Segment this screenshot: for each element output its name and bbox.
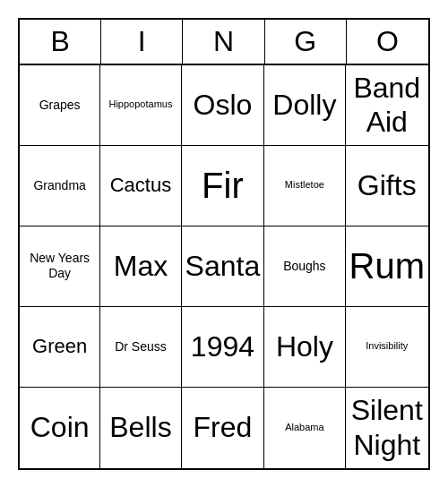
cell-text: Mistletoe — [285, 179, 324, 191]
cell-text: New Years Day — [23, 251, 96, 281]
bingo-cell: Invisibility — [346, 307, 428, 388]
bingo-cell: Coin — [20, 388, 100, 468]
cell-text: Max — [114, 249, 168, 283]
cell-text: Bells — [109, 410, 171, 444]
bingo-cell: Gifts — [346, 146, 428, 226]
cell-text: Coin — [30, 410, 90, 444]
cell-text: Rum — [349, 244, 425, 287]
cell-text: Grapes — [39, 98, 81, 113]
bingo-cell: Cactus — [100, 146, 181, 226]
cell-text: Invisibility — [366, 340, 408, 352]
bingo-cell: Band Aid — [346, 65, 428, 146]
header-letter: B — [20, 20, 101, 64]
cell-text: Band Aid — [349, 71, 425, 140]
header-letter: N — [183, 20, 264, 64]
bingo-cell: 1994 — [182, 307, 265, 388]
cell-text: Silent Night — [349, 393, 425, 462]
bingo-cell: Santa — [182, 226, 265, 307]
bingo-cell: Holy — [264, 307, 345, 388]
bingo-cell: New Years Day — [20, 226, 100, 307]
cell-text: Grandma — [33, 178, 85, 193]
bingo-card: BINGO GrapesHippopotamusOsloDollyBand Ai… — [18, 18, 430, 470]
bingo-cell: Fir — [182, 146, 265, 226]
cell-text: Fred — [194, 410, 253, 444]
cell-text: Green — [32, 335, 87, 358]
header-letter: O — [347, 20, 428, 64]
cell-text: Cactus — [110, 174, 171, 197]
bingo-cell: Max — [100, 226, 181, 307]
bingo-cell: Oslo — [182, 65, 265, 146]
bingo-cell: Hippopotamus — [100, 65, 181, 146]
cell-text: Santa — [185, 249, 261, 283]
bingo-header: BINGO — [20, 20, 428, 65]
bingo-cell: Dolly — [264, 65, 345, 146]
bingo-cell: Rum — [346, 226, 428, 307]
cell-text: Dolly — [272, 88, 336, 122]
cell-text: Gifts — [358, 168, 417, 202]
bingo-cell: Alabama — [264, 388, 345, 468]
bingo-cell: Fred — [182, 388, 265, 468]
cell-text: Dr Seuss — [115, 339, 167, 355]
bingo-cell: Green — [20, 307, 100, 388]
cell-text: Holy — [276, 329, 333, 363]
cell-text: Hippopotamus — [108, 98, 172, 110]
bingo-grid: GrapesHippopotamusOsloDollyBand AidGrand… — [20, 65, 428, 468]
bingo-cell: Grapes — [20, 65, 100, 146]
bingo-cell: Silent Night — [346, 388, 428, 468]
header-letter: G — [265, 20, 347, 64]
cell-text: 1994 — [191, 329, 254, 363]
cell-text: Oslo — [194, 88, 253, 122]
cell-text: Boughs — [283, 259, 325, 274]
header-letter: I — [101, 20, 183, 64]
bingo-cell: Mistletoe — [264, 146, 345, 226]
bingo-cell: Dr Seuss — [100, 307, 181, 388]
cell-text: Fir — [202, 164, 244, 207]
bingo-cell: Grandma — [20, 146, 100, 226]
bingo-cell: Bells — [100, 388, 181, 468]
cell-text: Alabama — [285, 422, 323, 433]
bingo-cell: Boughs — [264, 226, 345, 307]
